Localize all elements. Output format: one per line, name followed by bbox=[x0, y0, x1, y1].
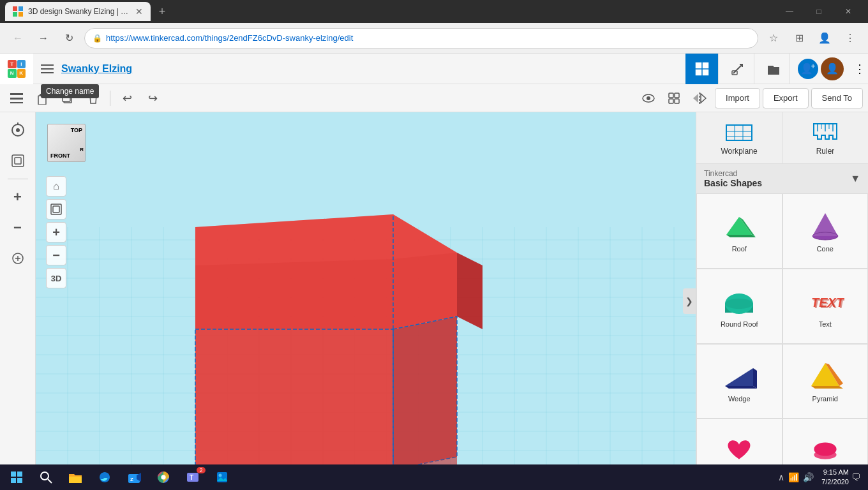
close-button[interactable]: ✕ bbox=[834, 0, 863, 23]
notification-icon[interactable]: 🗨 bbox=[851, 472, 860, 482]
3d-arrow-shape[interactable] bbox=[119, 176, 597, 490]
teams-taskbar-button[interactable]: T 2 bbox=[179, 466, 207, 489]
svg-rect-2 bbox=[13, 12, 17, 17]
file-explorer-taskbar-button[interactable] bbox=[61, 466, 89, 489]
photos-taskbar-button[interactable] bbox=[208, 466, 236, 489]
zoom-out-button[interactable]: − bbox=[5, 215, 31, 241]
sys-tray-icons: ∧ 📶 🔊 bbox=[773, 472, 819, 482]
build-button[interactable] bbox=[721, 54, 754, 84]
svg-rect-113 bbox=[11, 478, 16, 483]
system-clock[interactable]: 9:15 AM 7/2/2020 bbox=[821, 468, 849, 487]
active-tab[interactable]: 3D design Swanky Elzing | Tinker ✕ bbox=[5, 2, 151, 21]
folder-button[interactable] bbox=[757, 54, 790, 84]
profile-button[interactable]: 👤 bbox=[814, 28, 835, 48]
zoom-in-button[interactable]: + bbox=[5, 184, 31, 210]
viewport-controls: ⌂ + − 3D bbox=[46, 176, 66, 288]
round-roof-label: Round Roof bbox=[721, 320, 758, 328]
shape-item-wedge[interactable]: Wedge bbox=[696, 344, 782, 419]
redo-button[interactable]: ↪ bbox=[141, 87, 164, 110]
send-to-button[interactable]: Send To bbox=[811, 88, 863, 108]
shape-item-pyramid[interactable]: Pyramid bbox=[782, 344, 869, 419]
align-button[interactable] bbox=[664, 88, 684, 108]
shape-item-cone[interactable]: Cone bbox=[782, 193, 869, 269]
svg-marker-72 bbox=[457, 253, 483, 329]
user-area: 👤 + 👤 bbox=[793, 57, 849, 80]
svg-marker-103 bbox=[725, 368, 753, 386]
tinkercad-logo[interactable]: T I N K bbox=[0, 54, 33, 84]
back-button[interactable]: ← bbox=[8, 28, 28, 48]
collections-button[interactable]: ⊞ bbox=[789, 28, 809, 48]
mirror-button[interactable] bbox=[689, 88, 710, 108]
svg-marker-92 bbox=[726, 217, 752, 235]
wedge-label: Wedge bbox=[728, 395, 751, 403]
project-title[interactable]: Swanky Elzing bbox=[61, 63, 132, 75]
url-input[interactable]: 🔒 https://www.tinkercad.com/things/2endF… bbox=[84, 28, 758, 48]
reset-view-button[interactable]: ⌂ bbox=[46, 176, 66, 197]
edge-taskbar-button[interactable] bbox=[91, 466, 119, 489]
svg-point-20 bbox=[647, 96, 650, 100]
minimize-button[interactable]: — bbox=[775, 0, 804, 23]
window-controls: — □ ✕ bbox=[775, 0, 863, 23]
cube-3d-box: TOP FRONT R bbox=[47, 124, 86, 162]
refresh-button[interactable]: ↻ bbox=[59, 28, 79, 48]
favorites-button[interactable]: ☆ bbox=[763, 28, 784, 48]
align-icon bbox=[668, 92, 680, 105]
shape-item-text[interactable]: TEXT TEXT Text bbox=[782, 269, 869, 344]
search-taskbar-button[interactable] bbox=[32, 466, 60, 489]
export-button[interactable]: Export bbox=[763, 88, 809, 108]
shape-item-roof[interactable]: Roof bbox=[696, 193, 782, 269]
undo-button[interactable]: ↩ bbox=[116, 87, 138, 110]
new-tab-button[interactable]: + bbox=[153, 3, 171, 20]
windows-logo-icon bbox=[10, 471, 23, 484]
visibility-button[interactable] bbox=[638, 88, 659, 108]
category-dropdown-button[interactable]: ▼ bbox=[850, 173, 860, 184]
3d-viewport[interactable]: TOP FRONT R ⌂ + − 3D ❯ Edit Grid Sna bbox=[36, 112, 696, 490]
pyramid-label: Pyramid bbox=[812, 395, 838, 403]
volume-icon[interactable]: 🔊 bbox=[803, 472, 814, 482]
logo-cell-i: I bbox=[17, 60, 26, 69]
overflow-menu-button[interactable]: ⋮ bbox=[851, 62, 868, 76]
svg-rect-14 bbox=[10, 102, 23, 103]
view-cube[interactable]: TOP FRONT R bbox=[43, 120, 89, 166]
svg-rect-5 bbox=[41, 68, 54, 70]
text-label: Text bbox=[819, 320, 832, 328]
main-layout: + − bbox=[0, 112, 868, 490]
svg-rect-30 bbox=[15, 158, 21, 164]
import-button[interactable]: Import bbox=[715, 88, 760, 108]
url-text: https://www.tinkercad.com/things/2endFZ6… bbox=[106, 33, 353, 43]
3d-view-button[interactable]: 3D bbox=[46, 268, 66, 288]
maximize-button[interactable]: □ bbox=[804, 0, 834, 23]
settings-button[interactable]: ⋮ bbox=[840, 28, 860, 48]
svg-marker-74 bbox=[393, 316, 457, 470]
toggle-panel-button[interactable] bbox=[5, 87, 28, 110]
zoom-extents-button[interactable] bbox=[5, 246, 31, 271]
svg-marker-96 bbox=[812, 213, 838, 236]
roof-label: Roof bbox=[732, 245, 747, 253]
collapse-panel-button[interactable]: ❯ bbox=[683, 288, 696, 314]
left-panel-separator bbox=[8, 179, 28, 179]
pyramid-shape-icon bbox=[806, 359, 844, 391]
shape-item-round-roof[interactable]: Round Roof bbox=[696, 269, 782, 344]
forward-button[interactable]: → bbox=[33, 28, 54, 48]
svg-rect-29 bbox=[12, 155, 24, 167]
zoom-in-vp-button[interactable]: + bbox=[46, 222, 66, 242]
ruler-tool[interactable]: Ruler bbox=[782, 112, 868, 163]
right-panel: Workplane Ruler Tinkercad Basic Shape bbox=[696, 112, 868, 490]
zoom-taskbar-button[interactable]: Z bbox=[120, 466, 148, 489]
home-view-button[interactable] bbox=[5, 117, 31, 143]
fit-view-button[interactable] bbox=[5, 148, 31, 174]
folder-icon bbox=[767, 62, 781, 76]
add-user-button[interactable]: 👤 + bbox=[798, 59, 818, 79]
menu-button[interactable] bbox=[36, 57, 59, 80]
svg-rect-6 bbox=[41, 72, 54, 73]
grid-view-button[interactable] bbox=[685, 54, 719, 84]
zoom-out-vp-button[interactable]: − bbox=[46, 245, 66, 265]
workplane-tool[interactable]: Workplane bbox=[696, 112, 782, 163]
chrome-taskbar-button[interactable] bbox=[149, 466, 177, 489]
fit-all-button[interactable] bbox=[46, 199, 66, 219]
tray-arrow-icon[interactable]: ∧ bbox=[778, 472, 784, 482]
tab-close-button[interactable]: ✕ bbox=[135, 6, 143, 17]
user-avatar[interactable]: 👤 bbox=[821, 57, 844, 80]
start-button[interactable] bbox=[3, 466, 31, 489]
network-icon[interactable]: 📶 bbox=[788, 472, 799, 482]
